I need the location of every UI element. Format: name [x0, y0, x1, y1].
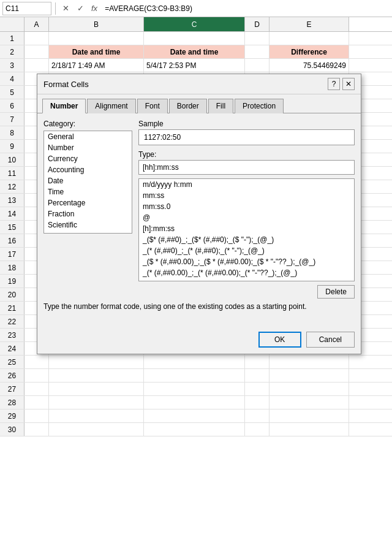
cell[interactable]	[24, 32, 49, 45]
cell[interactable]	[144, 383, 245, 395]
col-header-c[interactable]: C	[144, 17, 245, 31]
category-item[interactable]: Date	[44, 175, 132, 186]
row-number: 22	[0, 315, 24, 328]
type-list-item[interactable]: [h]:mm:ss	[139, 223, 354, 234]
right-panel: Sample 1127:02:50 Type: m/d/yyyy h:mmmm:…	[138, 120, 355, 299]
cell[interactable]	[49, 396, 144, 409]
category-item[interactable]: Accounting	[44, 164, 132, 175]
type-list-item[interactable]: m/d/yyyy h:mm	[139, 179, 354, 190]
type-list-item[interactable]: mm:ss.0	[139, 201, 354, 212]
dialog-tab-font[interactable]: Font	[137, 99, 168, 113]
category-item[interactable]: Text	[44, 230, 132, 234]
cell[interactable]	[144, 32, 245, 45]
type-input[interactable]	[138, 160, 355, 175]
cell[interactable]	[24, 409, 49, 422]
cell[interactable]	[245, 59, 270, 72]
cell[interactable]	[245, 423, 270, 436]
category-item[interactable]: Scientific	[44, 219, 132, 230]
cell[interactable]: Date and time	[144, 45, 245, 58]
table-row: 27	[0, 383, 392, 396]
cell[interactable]	[49, 32, 144, 45]
cell[interactable]: 75.54469249	[270, 59, 349, 72]
cell[interactable]	[245, 383, 270, 395]
cell[interactable]: Date and time	[49, 45, 144, 58]
col-header-a[interactable]: A	[24, 17, 49, 31]
cancel-button[interactable]: Cancel	[306, 332, 355, 348]
cell[interactable]	[144, 356, 245, 368]
category-item[interactable]: Fraction	[44, 208, 132, 219]
cell[interactable]: Difference	[270, 45, 349, 58]
formula-input[interactable]	[102, 2, 390, 15]
category-item[interactable]: Number	[44, 142, 132, 153]
description-text: Type the number format code, using one o…	[43, 299, 355, 323]
delete-button[interactable]: Delete	[317, 285, 355, 299]
cell[interactable]	[270, 356, 349, 368]
table-row: 32/18/17 1:49 AM5/4/17 2:53 PM75.5446924…	[0, 59, 392, 72]
col-header-e[interactable]: E	[270, 17, 349, 31]
formula-bar: C11 ✕ ✓ fx	[0, 0, 392, 17]
cell[interactable]	[270, 369, 349, 382]
confirm-formula-icon[interactable]: ✓	[74, 4, 86, 13]
category-item[interactable]: Time	[44, 186, 132, 197]
cell[interactable]	[270, 423, 349, 436]
cell[interactable]	[144, 396, 245, 409]
dialog-help-button[interactable]: ?	[328, 78, 340, 90]
ok-button[interactable]: OK	[258, 332, 301, 348]
row-number: 3	[0, 59, 24, 72]
type-list-item[interactable]: mm:ss	[139, 190, 354, 201]
cell[interactable]	[49, 356, 144, 368]
cell[interactable]	[245, 356, 270, 368]
cell[interactable]	[144, 409, 245, 422]
cell[interactable]	[270, 409, 349, 422]
dialog-close-button[interactable]: ✕	[342, 78, 355, 90]
dialog-tab-alignment[interactable]: Alignment	[87, 99, 135, 113]
cell[interactable]	[270, 32, 349, 45]
fx-label: fx	[91, 4, 97, 13]
cell[interactable]	[144, 423, 245, 436]
col-header-d[interactable]: D	[245, 17, 270, 31]
type-list-item[interactable]: _(* (#,##0)_;_(* (#,##0);_(* "-");_(@_)	[139, 245, 354, 256]
dialog-tab-number[interactable]: Number	[42, 99, 86, 113]
cell[interactable]: 2/18/17 1:49 AM	[49, 59, 144, 72]
type-list-container[interactable]: m/d/yyyy h:mmmm:ssmm:ss.0@[h]:mm:ss_($* …	[138, 178, 355, 281]
cell[interactable]	[24, 45, 49, 58]
cell[interactable]	[245, 409, 270, 422]
cell[interactable]	[24, 396, 49, 409]
cell[interactable]	[49, 423, 144, 436]
cell[interactable]	[49, 409, 144, 422]
category-item[interactable]: Percentage	[44, 197, 132, 208]
cell[interactable]	[144, 369, 245, 382]
cell[interactable]	[270, 383, 349, 395]
type-list-item[interactable]: @	[139, 212, 354, 223]
cell[interactable]	[245, 45, 270, 58]
cell[interactable]	[245, 396, 270, 409]
cell[interactable]	[245, 32, 270, 45]
dialog-title-buttons: ? ✕	[328, 78, 355, 90]
category-list[interactable]: GeneralNumberCurrencyAccountingDateTimeP…	[43, 131, 132, 234]
dialog-tab-fill[interactable]: Fill	[208, 99, 233, 113]
cell[interactable]	[24, 369, 49, 382]
type-list-item[interactable]: [$-en-US]m/d/yy h:mm AM/PM;@	[139, 278, 354, 281]
cell[interactable]	[245, 369, 270, 382]
cell[interactable]	[24, 383, 49, 395]
cell[interactable]	[270, 396, 349, 409]
cell[interactable]	[24, 423, 49, 436]
cell[interactable]: 5/4/17 2:53 PM	[144, 59, 245, 72]
cell-reference-box[interactable]: C11	[2, 2, 51, 15]
dialog-titlebar: Format Cells ? ✕	[37, 74, 361, 94]
category-item[interactable]: General	[44, 131, 132, 142]
type-list-item[interactable]: _($ * (#,##0.00)_;_($ * (#,##0.00);_($ *…	[139, 256, 354, 267]
cell[interactable]	[24, 356, 49, 368]
category-section: Category: GeneralNumberCurrencyAccountin…	[43, 120, 132, 299]
cell[interactable]	[49, 369, 144, 382]
cancel-formula-icon[interactable]: ✕	[59, 4, 72, 13]
col-header-b[interactable]: B	[49, 17, 144, 31]
dialog-body: Category: GeneralNumberCurrencyAccountin…	[37, 113, 361, 329]
dialog-tab-border[interactable]: Border	[169, 99, 207, 113]
dialog-tab-protection[interactable]: Protection	[235, 99, 284, 113]
type-list-item[interactable]: _($* (#,##0)_;_($* (#,##0);_($ "-");_(@_…	[139, 234, 354, 245]
category-item[interactable]: Currency	[44, 153, 132, 164]
type-list-item[interactable]: _(* (#,##0.00)_;_(* (#,##0.00);_(* "-"??…	[139, 267, 354, 278]
cell[interactable]	[49, 383, 144, 395]
cell[interactable]	[24, 59, 49, 72]
